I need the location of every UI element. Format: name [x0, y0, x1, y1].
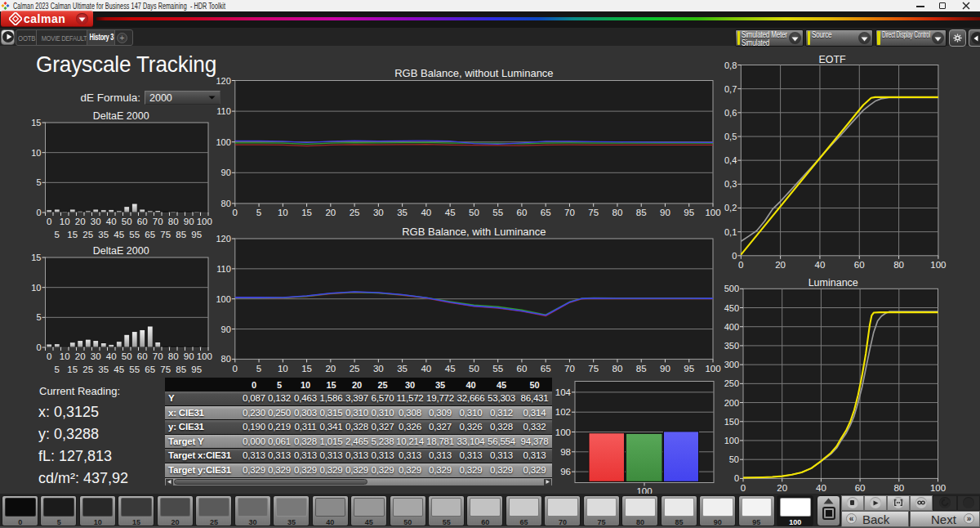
svg-text:60: 60: [137, 351, 148, 361]
svg-text:10: 10: [278, 364, 288, 374]
svg-text:0: 0: [233, 364, 238, 374]
svg-text:0,6: 0,6: [724, 108, 737, 118]
svg-text:EOTF: EOTF: [818, 54, 846, 65]
svg-text:45: 45: [445, 364, 456, 374]
svg-text:70: 70: [564, 364, 575, 374]
svg-text:75: 75: [588, 364, 599, 374]
svg-text:65: 65: [541, 208, 551, 217]
svg-text:35: 35: [397, 364, 408, 374]
svg-text:15: 15: [301, 364, 312, 374]
svg-text:70: 70: [153, 351, 163, 361]
svg-text:RGB Balance, with Luminance: RGB Balance, with Luminance: [402, 226, 546, 238]
svg-text:5: 5: [55, 365, 60, 374]
svg-text:75: 75: [588, 208, 599, 217]
svg-text:100: 100: [930, 483, 946, 493]
svg-text:90: 90: [221, 168, 231, 177]
svg-text:500: 500: [724, 284, 739, 293]
svg-text:40: 40: [421, 364, 431, 374]
svg-text:90: 90: [184, 217, 194, 226]
svg-text:400: 400: [724, 322, 739, 332]
svg-text:10: 10: [60, 351, 70, 361]
svg-text:0: 0: [47, 217, 51, 226]
svg-text:20: 20: [75, 351, 86, 361]
svg-text:98: 98: [560, 447, 571, 457]
svg-text:450: 450: [724, 303, 739, 313]
svg-text:100: 100: [197, 351, 212, 361]
svg-text:350: 350: [724, 341, 739, 351]
svg-text:85: 85: [636, 208, 647, 217]
svg-text:25: 25: [350, 364, 360, 374]
svg-text:0: 0: [36, 342, 41, 352]
svg-text:95: 95: [191, 365, 202, 374]
svg-text:65: 65: [145, 365, 155, 374]
svg-text:45: 45: [114, 230, 124, 239]
svg-text:DeltaE 2000: DeltaE 2000: [93, 110, 149, 122]
svg-text:15: 15: [67, 365, 78, 374]
svg-text:25: 25: [82, 365, 93, 374]
svg-text:15: 15: [31, 253, 41, 262]
svg-text:15: 15: [67, 230, 78, 239]
svg-text:50: 50: [729, 454, 739, 464]
svg-text:0: 0: [734, 473, 739, 483]
svg-text:40: 40: [816, 483, 826, 493]
svg-text:60: 60: [137, 217, 148, 226]
svg-text:80: 80: [893, 483, 904, 493]
svg-text:95: 95: [191, 230, 202, 239]
svg-text:20: 20: [777, 483, 787, 493]
svg-text:96: 96: [560, 467, 571, 477]
svg-text:250: 250: [724, 378, 739, 388]
svg-text:50: 50: [122, 351, 132, 361]
svg-text:70: 70: [153, 217, 163, 226]
svg-text:85: 85: [636, 364, 647, 374]
svg-text:55: 55: [129, 230, 140, 239]
svg-text:50: 50: [122, 217, 132, 226]
svg-text:0: 0: [36, 208, 41, 217]
svg-text:100: 100: [930, 260, 946, 270]
svg-text:80: 80: [168, 217, 179, 226]
svg-text:100: 100: [216, 137, 230, 147]
svg-text:5: 5: [256, 208, 261, 217]
svg-text:60: 60: [854, 260, 865, 270]
svg-text:25: 25: [82, 230, 93, 239]
svg-text:95: 95: [684, 208, 694, 217]
svg-text:15: 15: [301, 208, 312, 217]
svg-text:35: 35: [98, 230, 109, 239]
svg-text:10: 10: [31, 148, 41, 158]
svg-text:55: 55: [492, 364, 503, 374]
svg-text:0,5: 0,5: [724, 132, 737, 141]
svg-text:0,7: 0,7: [724, 84, 737, 94]
svg-text:25: 25: [350, 208, 360, 217]
svg-text:0,8: 0,8: [724, 60, 737, 70]
svg-text:55: 55: [492, 208, 503, 217]
svg-text:30: 30: [91, 217, 101, 226]
svg-text:45: 45: [445, 208, 456, 217]
svg-text:200: 200: [724, 398, 739, 408]
svg-text:0: 0: [47, 351, 51, 361]
svg-text:40: 40: [106, 351, 117, 361]
svg-text:40: 40: [106, 217, 117, 226]
svg-text:30: 30: [373, 364, 384, 374]
svg-text:100: 100: [555, 427, 571, 437]
svg-text:40: 40: [815, 260, 826, 270]
svg-text:5: 5: [36, 312, 41, 322]
svg-text:20: 20: [75, 217, 86, 226]
svg-text:80: 80: [168, 351, 179, 361]
svg-text:85: 85: [176, 230, 186, 239]
svg-text:60: 60: [855, 483, 866, 493]
svg-text:0,1: 0,1: [724, 227, 737, 237]
svg-text:90: 90: [660, 364, 670, 374]
svg-text:150: 150: [724, 417, 739, 427]
svg-text:120: 120: [216, 76, 230, 86]
svg-text:120: 120: [216, 234, 230, 244]
svg-text:75: 75: [160, 365, 171, 374]
svg-text:0: 0: [233, 208, 238, 217]
svg-text:100: 100: [216, 294, 230, 304]
svg-text:0,3: 0,3: [724, 179, 737, 189]
svg-text:30: 30: [91, 351, 101, 361]
svg-text:80: 80: [221, 199, 231, 208]
svg-text:5: 5: [55, 230, 60, 239]
svg-text:75: 75: [160, 230, 171, 239]
svg-text:40: 40: [421, 208, 431, 217]
svg-text:80: 80: [893, 260, 904, 270]
svg-text:110: 110: [216, 106, 231, 116]
